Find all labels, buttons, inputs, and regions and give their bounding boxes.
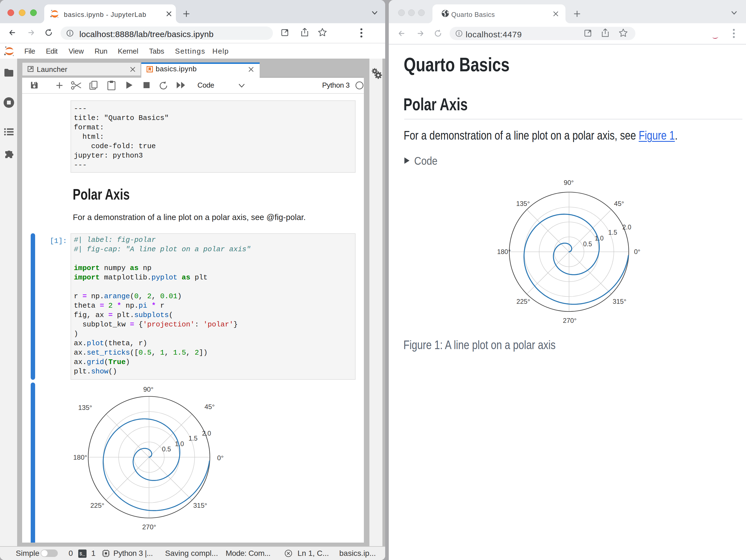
svg-text:135°: 135°	[78, 404, 92, 411]
svg-text:270°: 270°	[142, 523, 156, 531]
svg-text:1.0: 1.0	[175, 440, 184, 447]
svg-text:315°: 315°	[193, 502, 207, 509]
svg-text:0°: 0°	[634, 248, 640, 256]
svg-text:1.5: 1.5	[189, 435, 198, 442]
svg-text:90°: 90°	[564, 179, 574, 186]
svg-text:0.5: 0.5	[583, 240, 592, 248]
svg-text:270°: 270°	[563, 317, 577, 324]
svg-text:1.5: 1.5	[608, 229, 617, 236]
svg-text:180°: 180°	[497, 248, 511, 256]
svg-text:2.0: 2.0	[623, 224, 631, 231]
svg-text:135°: 135°	[516, 200, 530, 207]
svg-text:225°: 225°	[517, 298, 530, 305]
svg-text:2.0: 2.0	[202, 430, 211, 437]
svg-text:45°: 45°	[614, 200, 624, 207]
svg-text:0.5: 0.5	[162, 446, 171, 453]
svg-text:45°: 45°	[204, 403, 214, 410]
svg-text:225°: 225°	[90, 502, 105, 509]
svg-text:90°: 90°	[143, 386, 153, 393]
svg-text:1.0: 1.0	[595, 235, 604, 242]
svg-text:180°: 180°	[73, 453, 87, 461]
svg-text:315°: 315°	[613, 298, 627, 305]
svg-text:0°: 0°	[217, 454, 223, 462]
